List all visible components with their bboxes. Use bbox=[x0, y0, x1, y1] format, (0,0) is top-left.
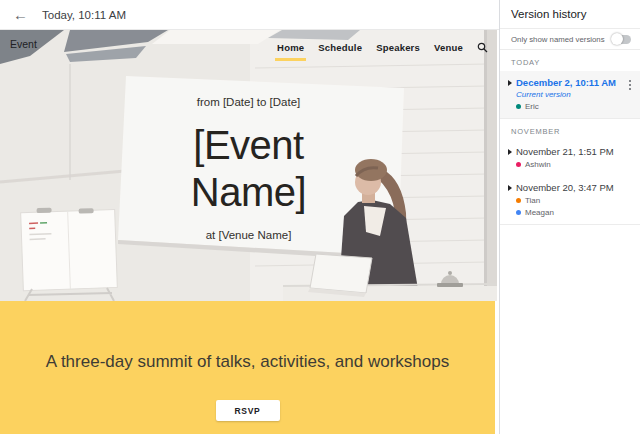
author-color-dot bbox=[516, 104, 521, 109]
version-item[interactable]: November 20, 3:47 PM Tian Meagan bbox=[500, 176, 640, 225]
hero-venue: at [Venue Name] bbox=[0, 229, 497, 241]
nav-item-venue[interactable]: Venue bbox=[434, 42, 463, 53]
site-nav: Home Schedule Speakers Venue bbox=[277, 42, 488, 53]
hero-title: [Event Name] bbox=[139, 122, 359, 216]
version-author: Ashwin bbox=[516, 160, 632, 169]
named-versions-toggle[interactable] bbox=[612, 35, 631, 44]
expand-arrow-icon[interactable] bbox=[508, 80, 512, 86]
version-author: Meagan bbox=[516, 208, 632, 217]
version-item-current[interactable]: December 2, 10:11 AM Current version Eri… bbox=[500, 71, 640, 119]
section-label-today: TODAY bbox=[500, 50, 640, 71]
named-versions-filter-row: Only show named versions bbox=[500, 29, 640, 50]
current-version-label: Current version bbox=[516, 90, 632, 99]
author-color-dot bbox=[516, 210, 521, 215]
rsvp-button[interactable]: RSVP bbox=[216, 400, 280, 421]
active-nav-underline bbox=[275, 58, 306, 61]
version-date: November 20, 3:47 PM bbox=[516, 182, 632, 193]
site-logo[interactable]: Event bbox=[10, 38, 37, 50]
author-color-dot bbox=[516, 198, 521, 203]
panel-title: Version history bbox=[511, 8, 586, 20]
more-options-icon[interactable] bbox=[626, 79, 634, 91]
author-name: Ashwin bbox=[525, 160, 551, 169]
nav-item-speakers[interactable]: Speakers bbox=[376, 42, 420, 53]
expand-arrow-icon[interactable] bbox=[508, 185, 512, 191]
version-date: November 21, 1:51 PM bbox=[516, 146, 632, 157]
topbar-title: Today, 10:11 AM bbox=[42, 9, 126, 21]
section-label-november: NOVEMBER bbox=[500, 119, 640, 140]
author-color-dot bbox=[516, 162, 521, 167]
author-name: Tian bbox=[525, 196, 540, 205]
author-name: Eric bbox=[525, 102, 539, 111]
author-name: Meagan bbox=[525, 208, 554, 217]
nav-item-schedule[interactable]: Schedule bbox=[318, 42, 362, 53]
version-author: Eric bbox=[516, 102, 632, 111]
back-arrow-icon[interactable]: ← bbox=[13, 7, 28, 22]
expand-arrow-icon[interactable] bbox=[508, 149, 512, 155]
version-date: December 2, 10:11 AM bbox=[516, 77, 632, 88]
site-preview: Event Home Schedule Speakers Venue from … bbox=[0, 30, 497, 434]
banner-tagline: A three-day summit of talks, activities,… bbox=[0, 352, 495, 372]
panel-header: Version history bbox=[500, 0, 640, 29]
nav-item-home[interactable]: Home bbox=[277, 42, 304, 53]
topbar: ← Today, 10:11 AM bbox=[0, 0, 499, 30]
filter-label: Only show named versions bbox=[511, 35, 605, 44]
banner: A three-day summit of talks, activities,… bbox=[0, 301, 495, 434]
app-window: ← Today, 10:11 AM bbox=[0, 0, 640, 434]
nav-item-label: Home bbox=[277, 42, 304, 53]
version-history-panel: Version history Only show named versions… bbox=[499, 0, 640, 434]
search-icon[interactable] bbox=[477, 42, 488, 53]
toggle-knob bbox=[611, 33, 623, 45]
version-author: Tian bbox=[516, 196, 632, 205]
hero-dates: from [Date] to [Date] bbox=[0, 96, 497, 108]
version-item[interactable]: November 21, 1:51 PM Ashwin bbox=[500, 140, 640, 176]
